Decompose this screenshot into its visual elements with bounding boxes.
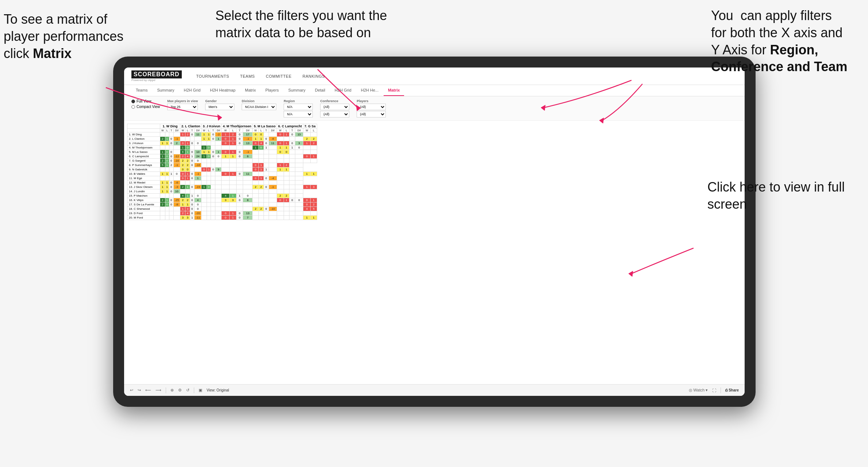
- subnav-h2h-grid2[interactable]: H2H Grid: [330, 85, 356, 96]
- matrix-cell: [264, 132, 269, 137]
- matrix-cell: [303, 159, 311, 163]
- table-row: 1. W Ding12011110-2120170001013: [127, 132, 317, 137]
- full-view-label: Full View: [137, 99, 151, 103]
- matrix-cell: [222, 207, 230, 211]
- matrix-cell: [165, 167, 169, 172]
- matrix-cell: 0: [236, 211, 243, 216]
- subnav-players[interactable]: Players: [261, 85, 283, 96]
- region-select-1[interactable]: N/A: [284, 104, 313, 110]
- divider2: [194, 387, 194, 393]
- matrix-cell: -8: [173, 202, 180, 207]
- subnav-matrix2[interactable]: Matrix: [384, 85, 404, 96]
- matrix-cell: [269, 172, 277, 176]
- matrix-cell: [277, 189, 284, 194]
- back-btn[interactable]: ⟵: [145, 388, 151, 393]
- redo-btn[interactable]: ↪: [138, 388, 141, 393]
- subnav-h2h-he[interactable]: H2H He...: [357, 85, 383, 96]
- matrix-cell: [194, 137, 201, 141]
- player-name-cell: 18. C Sherwood: [127, 207, 160, 211]
- subnav-summary2[interactable]: Summary: [284, 85, 310, 96]
- matrix-cell: 1: [284, 146, 289, 150]
- annotation-topright: You can apply filters for both the X axi…: [711, 7, 850, 76]
- annotation-bottomright: Click here to view in full screen: [707, 179, 846, 213]
- matrix-cell: 7: [243, 216, 253, 220]
- subnav-h2h-grid[interactable]: H2H Grid: [179, 85, 205, 96]
- gender-select[interactable]: Men's: [205, 104, 234, 110]
- region-select-2[interactable]: N/A: [284, 111, 313, 117]
- matrix-cell: 1: [215, 137, 222, 141]
- matrix-cell: 1: [201, 185, 207, 189]
- compact-view-radio[interactable]: [131, 105, 135, 109]
- full-view-radio[interactable]: [131, 100, 135, 103]
- matrix-cell: 0: [253, 132, 258, 137]
- nav-rankings[interactable]: RANKINGS: [303, 74, 325, 78]
- matrix-cell: [277, 216, 284, 220]
- matrix-cell: 0: [211, 137, 215, 141]
- matrix-cell: 0: [165, 202, 169, 207]
- matrix-cell: [284, 181, 289, 185]
- refresh-btn[interactable]: ↺: [186, 388, 189, 393]
- subnav-teams[interactable]: Teams: [131, 85, 152, 96]
- matrix-cell: [258, 172, 264, 176]
- max-players-select[interactable]: Top 25: [167, 104, 198, 110]
- player-name-cell: 8. P Summerhays: [127, 163, 160, 167]
- matrix-cell: [303, 211, 311, 216]
- zoom-btn[interactable]: ⊕: [170, 388, 174, 393]
- subnav-matrix[interactable]: Matrix: [241, 85, 260, 96]
- matrix-cell: [264, 189, 269, 194]
- matrix-cell: 1: [160, 181, 165, 185]
- matrix-cell: 1: [165, 141, 169, 146]
- sub-nav: Teams Summary H2H Grid H2H Heatmap Matri…: [124, 85, 745, 96]
- matrix-cell: 2: [169, 163, 173, 167]
- matrix-cell: [289, 194, 295, 198]
- table-row: 10. B Valdes1110010-10101111: [127, 172, 317, 176]
- matrix-cell: [269, 211, 277, 216]
- matrix-cell: 0: [277, 198, 284, 202]
- division-select[interactable]: NCAA Division I: [242, 104, 276, 110]
- matrix-cell: 0: [169, 181, 173, 185]
- compact-view-option[interactable]: Compact View: [131, 105, 160, 109]
- matrix-cell: [211, 207, 215, 211]
- matrix-cell: 0: [190, 150, 194, 154]
- matrix-cell: [264, 194, 269, 198]
- matrix-cell: 0: [222, 141, 230, 146]
- nav-teams[interactable]: TEAMS: [240, 74, 255, 78]
- matrix-cell: [201, 172, 207, 176]
- players-select-2[interactable]: (All): [357, 111, 386, 117]
- matrix-cell: 1: [194, 176, 201, 181]
- conference-select-1[interactable]: (All): [320, 104, 349, 110]
- matrix-cell: [211, 159, 215, 163]
- forward-btn[interactable]: ⟶: [155, 388, 161, 393]
- fullscreen-btn[interactable]: ⛶: [712, 388, 716, 393]
- players-select-1[interactable]: (All): [357, 104, 386, 110]
- watch-btn[interactable]: ◎ Watch ▾: [689, 388, 708, 393]
- matrix-container[interactable]: 1. W Ding 2. L Clanton 3. J Koivun 4. M …: [124, 121, 745, 384]
- matrix-cell: [236, 207, 243, 211]
- matrix-cell: 10: [173, 189, 180, 194]
- conference-select-2[interactable]: (All): [320, 111, 349, 117]
- matrix-cell: 0: [222, 172, 230, 176]
- matrix-cell: 0: [236, 150, 243, 154]
- matrix-cell: 0: [264, 185, 269, 189]
- subnav-summary[interactable]: Summary: [153, 85, 178, 96]
- share-btn[interactable]: ⎙ Share: [725, 388, 739, 392]
- nav-tournaments[interactable]: TOURNAMENTS: [196, 74, 229, 78]
- matrix-cell: 0: [303, 154, 311, 159]
- player-name-cell: 10. B Valdes: [127, 172, 160, 176]
- subnav-h2h-heatmap[interactable]: H2H Heatmap: [206, 85, 240, 96]
- matrix-cell: [236, 146, 243, 150]
- matrix-cell: 2: [258, 207, 264, 211]
- settings-btn[interactable]: ⚙: [178, 388, 182, 393]
- matrix-cell: 1: [253, 146, 258, 150]
- nav-committee[interactable]: COMMITTEE: [266, 74, 292, 78]
- matrix-cell: 1: [165, 163, 169, 167]
- subnav-detail[interactable]: Detail: [311, 85, 330, 96]
- matrix-cell: [180, 189, 185, 194]
- matrix-cell: [190, 181, 194, 185]
- table-row: 15. P Maichon4110411022: [127, 194, 317, 198]
- matrix-cell: [211, 211, 215, 216]
- matrix-cell: 1: [230, 150, 236, 154]
- matrix-cell: 8: [243, 198, 253, 202]
- full-view-option[interactable]: Full View: [131, 99, 160, 103]
- undo-btn[interactable]: ↩: [130, 388, 133, 393]
